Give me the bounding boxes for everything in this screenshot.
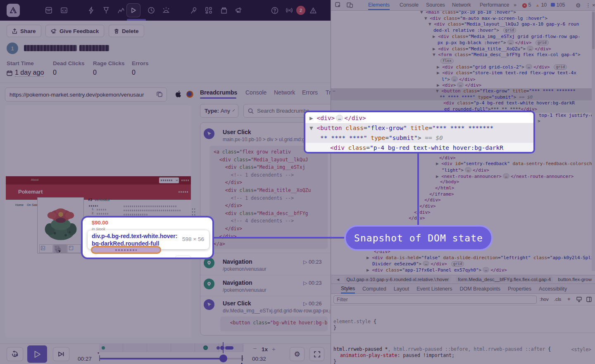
masked-dots: ··· [99,241,104,245]
replay-inspect-callout: $90.00 In Stock div.p-4.bg-red.text-whit… [81,216,214,259]
inspected-selector: div.p-4.bg-red.text-white.hover:bg-darkR… [92,232,178,247]
code-line: ** **** ****" type="submit"> == $0 [305,133,533,143]
dim-overlay [0,0,595,364]
screenshot-stage: 2 Share Give Feedback Delete 1 Start Tim… [0,0,595,364]
expand-ellipsis-icon[interactable]: … [336,115,343,121]
snapshot-annotation-pill: Snapshot of DOM state [344,225,493,251]
annotation-label: Snapshot of DOM state [354,233,483,243]
inspected-dimensions: 598 × 56 [182,236,204,242]
connector-line-vertical [417,153,419,227]
code-line: <div class="p-4 bg-red text-white hover:… [305,143,533,153]
code-line: ▶ <div>…</div> [305,113,533,123]
site-small-button [175,255,191,259]
connector-line-horizontal [214,237,344,239]
dom-snippet-callout: ▶ <div>…</div>▼ <button class="flex-grow… [304,111,535,154]
highlighted-add-to-cart-button[interactable] [91,246,161,254]
code-line: ▼ <button class="flex-grow" title="*** *… [305,123,533,133]
product-price: $90.00 [92,220,108,226]
